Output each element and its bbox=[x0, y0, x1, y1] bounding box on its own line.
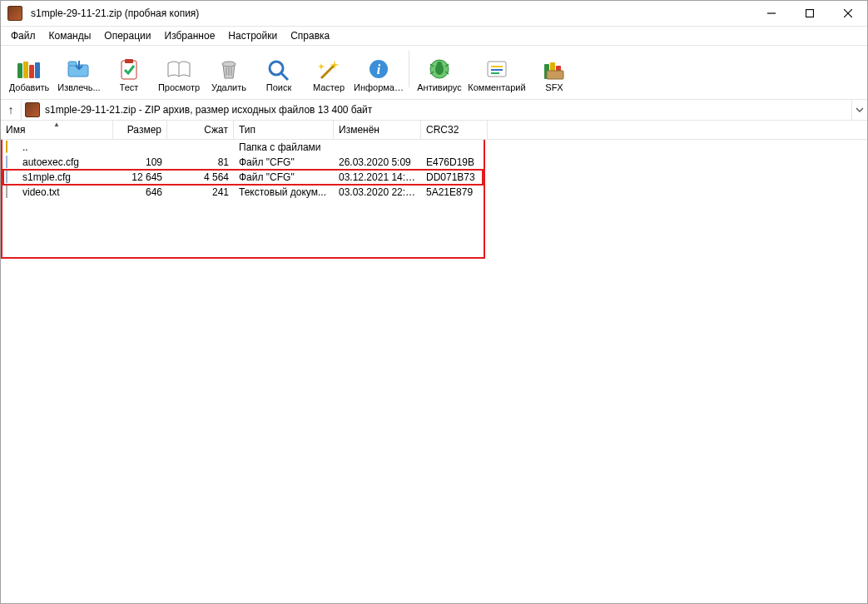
cell-type: Файл "CFG" bbox=[234, 156, 334, 168]
cell-packed: 241 bbox=[167, 186, 234, 198]
toolbar-view-label: Просмотр bbox=[158, 82, 200, 94]
toolbar-wizard[interactable]: Мастер bbox=[304, 49, 354, 94]
bug-icon bbox=[425, 56, 454, 82]
book-open-icon bbox=[165, 56, 193, 82]
table-row[interactable]: autoexec.cfg10981Файл "CFG"26.03.2020 5:… bbox=[1, 155, 867, 170]
menu-bar: Файл Команды Операции Избранное Настройк… bbox=[1, 27, 867, 46]
close-button[interactable] bbox=[829, 1, 867, 26]
maximize-button[interactable] bbox=[791, 1, 829, 26]
toolbar-add[interactable]: Добавить bbox=[4, 49, 54, 94]
trash-icon bbox=[215, 56, 243, 82]
address-field[interactable]: s1mple-29-11-21.zip - ZIP архив, размер … bbox=[21, 100, 851, 120]
svg-rect-11 bbox=[125, 59, 133, 63]
svg-point-13 bbox=[222, 62, 236, 67]
toolbar-delete-label: Удалить bbox=[211, 82, 246, 94]
file-name: s1mple.cfg bbox=[22, 171, 71, 183]
cell-size: 109 bbox=[113, 156, 167, 168]
minimize-button[interactable] bbox=[752, 1, 791, 26]
toolbar-comment-label: Комментарий bbox=[468, 82, 525, 94]
toolbar-add-label: Добавить bbox=[9, 82, 50, 94]
menu-settings[interactable]: Настройки bbox=[221, 28, 284, 43]
col-modified[interactable]: Изменён bbox=[334, 121, 421, 139]
svg-rect-5 bbox=[23, 62, 28, 78]
info-icon: i bbox=[365, 56, 393, 82]
svg-rect-1 bbox=[806, 10, 814, 17]
cell-packed: 4 564 bbox=[167, 171, 234, 183]
toolbar-extract-label: Извлечь... bbox=[57, 82, 100, 94]
chevron-down-icon bbox=[856, 106, 864, 114]
cell-modified: 26.03.2020 5:09 bbox=[334, 156, 421, 168]
package-icon bbox=[540, 56, 568, 82]
file-list[interactable]: ..Папка с файламиautoexec.cfg10981Файл "… bbox=[1, 140, 867, 603]
col-size-label: Размер bbox=[127, 124, 161, 136]
cell-crc: 5A21E879 bbox=[421, 186, 488, 198]
archive-icon bbox=[25, 102, 40, 117]
svg-text:i: i bbox=[377, 62, 381, 77]
file-name: video.txt bbox=[22, 186, 60, 198]
wand-icon bbox=[315, 56, 343, 82]
menu-help[interactable]: Справка bbox=[284, 28, 336, 43]
file-icon bbox=[6, 171, 19, 184]
cell-type: Текстовый докум... bbox=[234, 186, 334, 198]
col-type[interactable]: Тип bbox=[234, 121, 334, 139]
cell-name: autoexec.cfg bbox=[1, 156, 113, 169]
svg-point-17 bbox=[270, 62, 283, 75]
address-text: s1mple-29-11-21.zip - ZIP архив, размер … bbox=[45, 104, 372, 116]
svg-rect-9 bbox=[68, 62, 77, 66]
toolbar-comment[interactable]: Комментарий bbox=[464, 49, 529, 94]
col-type-label: Тип bbox=[239, 124, 255, 136]
toolbar-antivirus[interactable]: Антивирус bbox=[414, 49, 464, 94]
toolbar-wizard-label: Мастер bbox=[313, 82, 345, 94]
app-icon bbox=[7, 6, 22, 21]
menu-operations[interactable]: Операции bbox=[97, 28, 157, 43]
toolbar-extract[interactable]: Извлечь... bbox=[54, 49, 104, 94]
table-row[interactable]: video.txt646241Текстовый докум...03.03.2… bbox=[1, 185, 867, 200]
toolbar-info-label: Информация bbox=[354, 82, 404, 94]
cell-type: Файл "CFG" bbox=[234, 171, 334, 183]
toolbar-delete[interactable]: Удалить bbox=[204, 49, 254, 94]
menu-commands[interactable]: Команды bbox=[42, 28, 98, 43]
cell-modified: 03.03.2020 22:00 bbox=[334, 186, 421, 198]
books-icon bbox=[15, 56, 43, 82]
toolbar-view[interactable]: Просмотр bbox=[154, 49, 204, 94]
col-crc-label: CRC32 bbox=[426, 124, 459, 136]
table-row[interactable]: ..Папка с файлами bbox=[1, 140, 867, 155]
col-packed[interactable]: Сжат bbox=[167, 121, 234, 139]
toolbar-info[interactable]: i Информация bbox=[354, 49, 404, 94]
text-file-icon bbox=[6, 186, 19, 199]
toolbar-sfx[interactable]: SFX bbox=[529, 49, 579, 94]
search-icon bbox=[265, 56, 293, 82]
cell-type: Папка с файлами bbox=[234, 141, 334, 153]
sort-indicator-icon: ▲ bbox=[53, 121, 60, 128]
up-arrow-icon: ↑ bbox=[8, 103, 14, 116]
toolbar-test-label: Тест bbox=[120, 82, 139, 94]
cell-crc: E476D19B bbox=[421, 156, 488, 168]
menu-favorites[interactable]: Избранное bbox=[158, 28, 222, 43]
svg-rect-10 bbox=[122, 61, 136, 79]
column-headers: Имя ▲ Размер Сжат Тип Изменён CRC32 bbox=[1, 121, 867, 140]
svg-line-18 bbox=[281, 73, 288, 80]
col-name[interactable]: Имя ▲ bbox=[1, 121, 113, 139]
svg-rect-7 bbox=[35, 62, 40, 78]
col-crc[interactable]: CRC32 bbox=[421, 121, 488, 139]
cell-crc: DD071B73 bbox=[421, 171, 488, 183]
file-icon bbox=[6, 156, 19, 169]
toolbar-antivirus-label: Антивирус bbox=[417, 82, 461, 94]
toolbar-test[interactable]: Тест bbox=[104, 49, 154, 94]
cell-name: .. bbox=[1, 141, 113, 154]
up-button[interactable]: ↑ bbox=[1, 100, 21, 120]
toolbar-sfx-label: SFX bbox=[545, 82, 563, 94]
toolbar: Добавить Извлечь... Тест Просмотр Удалит… bbox=[1, 46, 867, 100]
cell-size: 646 bbox=[113, 186, 167, 198]
window-controls bbox=[752, 1, 867, 26]
col-modified-label: Изменён bbox=[339, 124, 379, 136]
svg-rect-36 bbox=[547, 71, 563, 79]
toolbar-find[interactable]: Поиск bbox=[254, 49, 304, 94]
col-size[interactable]: Размер bbox=[113, 121, 167, 139]
toolbar-find-label: Поиск bbox=[266, 82, 291, 94]
cell-packed: 81 bbox=[167, 156, 234, 168]
address-dropdown[interactable] bbox=[851, 100, 867, 120]
menu-file[interactable]: Файл bbox=[4, 28, 42, 43]
table-row[interactable]: s1mple.cfg12 6454 564Файл "CFG"03.12.202… bbox=[1, 170, 867, 185]
svg-rect-4 bbox=[17, 63, 22, 78]
